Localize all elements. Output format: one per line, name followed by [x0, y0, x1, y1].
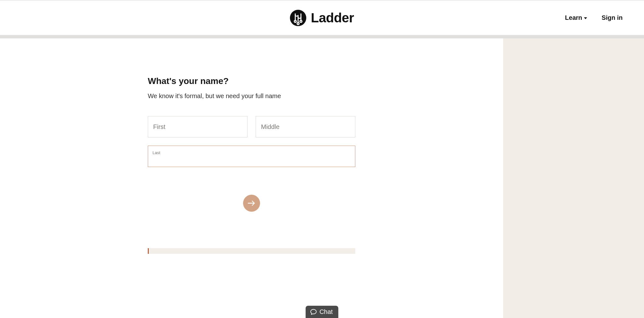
last-name-field-wrap[interactable]: Last — [148, 146, 355, 167]
name-form: What's your name? We know it's formal, b… — [148, 76, 355, 318]
content: What's your name? We know it's formal, b… — [0, 38, 644, 318]
ladder-logo-icon — [290, 10, 306, 26]
sign-in-link[interactable]: Sign in — [602, 14, 623, 21]
form-heading: What's your name? — [148, 76, 355, 86]
chat-icon — [310, 309, 317, 315]
main-panel: What's your name? We know it's formal, b… — [0, 38, 503, 318]
chat-widget: Chat — [306, 306, 338, 318]
next-button[interactable] — [243, 195, 260, 212]
form-subtext: We know it's formal, but we need your fu… — [148, 92, 355, 100]
middle-name-input[interactable] — [261, 123, 350, 131]
brand[interactable]: Ladder — [290, 10, 354, 26]
learn-label: Learn — [565, 14, 582, 21]
sign-in-label: Sign in — [602, 14, 623, 21]
brand-name: Ladder — [311, 10, 354, 25]
middle-name-field-wrap[interactable] — [256, 116, 355, 137]
progress-bar — [0, 35, 644, 38]
header: Ladder Learn Sign in — [0, 1, 644, 35]
caret-down-icon — [584, 17, 587, 19]
first-name-input[interactable] — [153, 123, 242, 131]
learn-dropdown[interactable]: Learn — [565, 14, 587, 21]
last-name-input[interactable] — [153, 156, 351, 163]
header-nav: Learn Sign in — [565, 1, 623, 35]
chat-label: Chat — [319, 308, 333, 315]
arrow-right-icon — [247, 200, 256, 207]
first-name-field-wrap[interactable] — [148, 116, 247, 137]
info-card-peek — [148, 248, 355, 254]
right-sidebar — [503, 38, 644, 318]
chat-button[interactable]: Chat — [306, 306, 338, 318]
last-name-label: Last — [153, 150, 160, 155]
